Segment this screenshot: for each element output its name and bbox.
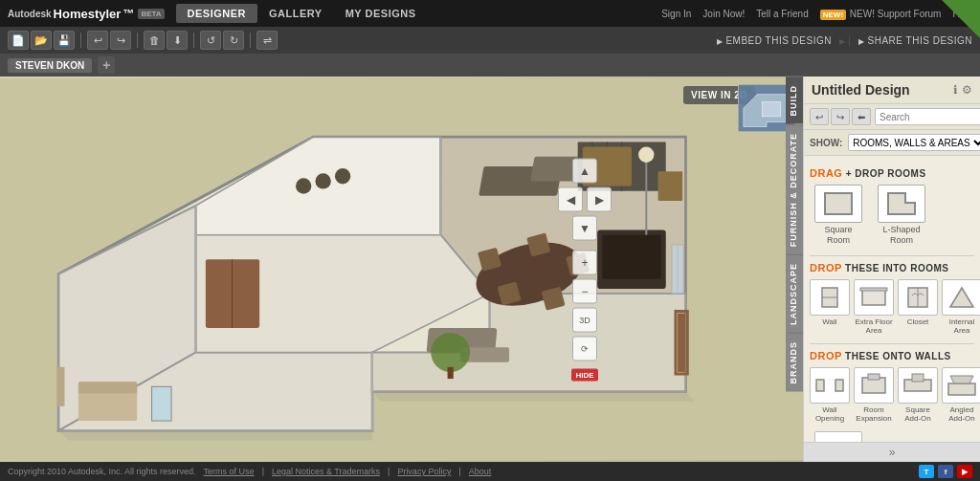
square-room-icon bbox=[814, 185, 862, 223]
tab-my-designs[interactable]: MY DESIGNS bbox=[334, 4, 428, 23]
footer-privacy-link[interactable]: Privacy Policy bbox=[397, 467, 451, 476]
svg-rect-33 bbox=[448, 367, 454, 379]
svg-rect-61 bbox=[816, 380, 824, 391]
svg-marker-47 bbox=[58, 430, 371, 440]
square-addon-icon bbox=[898, 367, 938, 404]
toolbar-rotate-left-btn[interactable]: ↺ bbox=[200, 31, 221, 50]
vtab-build[interactable]: BUILD bbox=[786, 77, 803, 124]
pan-down-btn[interactable]: ▼ bbox=[572, 215, 597, 240]
user-tab[interactable]: STEVEN DKON bbox=[8, 58, 92, 73]
svg-rect-36 bbox=[152, 386, 171, 421]
toolbar-redo-btn[interactable]: ↪ bbox=[110, 31, 131, 50]
youtube-icon[interactable]: ▶ bbox=[957, 465, 972, 478]
pan-right-btn[interactable]: ▶ bbox=[587, 186, 612, 211]
panel-item-wall-opening[interactable]: WallOpening bbox=[810, 367, 850, 424]
toolbar-save-btn[interactable]: 💾 bbox=[54, 31, 75, 50]
panel-item-extra-floor[interactable]: Extra FloorArea bbox=[854, 279, 894, 336]
zoom-in-btn[interactable]: + bbox=[572, 250, 597, 274]
section-drop-onto-walls-title: DROP THESE ONTO WALLS bbox=[810, 350, 974, 361]
right-sidebar: BUILD FURNISH & DECORATE LANDSCAPE BRAND… bbox=[803, 77, 980, 462]
embed-design-btn[interactable]: EMBED THIS DESIGN bbox=[717, 35, 832, 46]
svg-point-43 bbox=[638, 147, 654, 163]
toolbar-sep-4 bbox=[250, 33, 251, 48]
panel-item-wall[interactable]: Wall bbox=[810, 279, 850, 336]
zoom-out-btn[interactable]: − bbox=[572, 278, 597, 303]
divider-2 bbox=[810, 343, 974, 344]
info-icon[interactable]: ℹ bbox=[953, 83, 958, 97]
toolbar-rotate-right-btn[interactable]: ↻ bbox=[223, 31, 244, 50]
toolbar-open-btn[interactable]: 📂 bbox=[31, 31, 52, 50]
reset-view-btn[interactable]: ⟳ bbox=[572, 336, 597, 361]
sidebar-redo-btn[interactable]: ↪ bbox=[831, 108, 850, 125]
wall-label: Wall bbox=[822, 317, 836, 327]
signin-link[interactable]: Sign In bbox=[661, 9, 691, 19]
section-drag-drop-rooms-title: DRAG + DROP ROOMS bbox=[810, 167, 974, 179]
panel-item-closet[interactable]: Closet bbox=[898, 279, 938, 336]
design-canvas[interactable]: VIEW IN 2D ▲ ◀ ▶ ▼ + − 3D bbox=[0, 77, 803, 462]
toolbar-sep-2 bbox=[137, 33, 138, 48]
room-expansion-label: RoomExpansion bbox=[856, 405, 891, 424]
sidebar-expand-arrow[interactable]: » bbox=[804, 442, 980, 462]
toolbar-undo-btn[interactable]: ↩ bbox=[87, 31, 108, 50]
settings-icon[interactable]: ⚙ bbox=[962, 83, 972, 97]
toolbar-flip-btn[interactable]: ⇌ bbox=[256, 31, 278, 50]
tab-gallery[interactable]: GALLERY bbox=[257, 4, 334, 23]
sidebar-undo-btn[interactable]: ↩ bbox=[810, 108, 829, 125]
footer-social: T f ▶ bbox=[919, 465, 972, 478]
pan-up-btn[interactable]: ▲ bbox=[572, 158, 597, 183]
svg-rect-56 bbox=[862, 290, 885, 305]
panel-item-angled-addon[interactable]: AngledAdd-On bbox=[942, 367, 980, 424]
rotate-3d-btn[interactable]: 3D bbox=[572, 307, 597, 332]
square-room-label: SquareRoom bbox=[824, 225, 852, 246]
facebook-icon[interactable]: f bbox=[938, 465, 953, 478]
sidebar-info-icons: ℹ ⚙ bbox=[953, 83, 972, 97]
tell-friend-link[interactable]: Tell a Friend bbox=[756, 9, 808, 19]
panel-item-room-expansion[interactable]: RoomExpansion bbox=[854, 367, 894, 424]
vtab-landscape[interactable]: LANDSCAPE bbox=[786, 254, 803, 333]
lshaped-room-icon bbox=[878, 185, 925, 223]
footer-terms-link[interactable]: Terms of Use bbox=[204, 467, 255, 476]
internal-area-icon bbox=[942, 279, 980, 316]
svg-marker-69 bbox=[950, 376, 973, 383]
user-bar: STEVEN DKON + bbox=[0, 54, 980, 77]
wall-icon bbox=[810, 279, 850, 316]
svg-rect-62 bbox=[835, 380, 843, 391]
add-tab-btn[interactable]: + bbox=[98, 56, 115, 74]
twitter-icon[interactable]: T bbox=[919, 465, 934, 478]
toolbar-new-btn[interactable]: 📄 bbox=[8, 31, 29, 50]
show-row: SHOW: ROOMS, WALLS & AREAS Rooms Only Al… bbox=[804, 130, 980, 156]
panel-item-square-addon[interactable]: SquareAdd-On bbox=[898, 367, 938, 424]
toolbar-download-btn[interactable]: ⬇ bbox=[167, 31, 188, 50]
sidebar-undo2-btn[interactable]: ⬅ bbox=[852, 108, 871, 125]
footer-copyright: Copyright 2010 Autodesk, Inc. All rights… bbox=[8, 467, 196, 476]
floor-plan-svg bbox=[0, 77, 803, 462]
footer-about-link[interactable]: About bbox=[469, 467, 492, 476]
extra-floor-label: Extra FloorArea bbox=[855, 317, 892, 336]
main-area: VIEW IN 2D ▲ ◀ ▶ ▼ + − 3D bbox=[0, 77, 980, 462]
undo-redo-group: ↩ ↪ ⬅ bbox=[810, 108, 871, 125]
room-item-lshaped[interactable]: L-ShapedRoom bbox=[873, 185, 930, 246]
show-select[interactable]: ROOMS, WALLS & AREAS Rooms Only All bbox=[848, 134, 980, 151]
vtab-brands[interactable]: BRANDS bbox=[786, 333, 803, 392]
vtab-furnish[interactable]: FURNISH & DECORATE bbox=[786, 124, 803, 254]
panel-item-internal-area[interactable]: InternalArea bbox=[942, 279, 980, 336]
panel-item-curve-wall[interactable]: CurveWall bbox=[810, 431, 867, 442]
sidebar-search-row: ↩ ↪ ⬅ 🔍 bbox=[804, 104, 980, 130]
search-input[interactable] bbox=[875, 108, 980, 125]
toolbar-delete-btn[interactable]: 🗑 bbox=[144, 31, 165, 50]
extra-floor-icon bbox=[854, 279, 894, 316]
pan-left-btn[interactable]: ◀ bbox=[558, 186, 583, 211]
svg-marker-48 bbox=[372, 391, 696, 401]
nav-controls: ▲ ◀ ▶ ▼ + − 3D ⟳ HIDE bbox=[558, 158, 612, 381]
tab-designer[interactable]: DESIGNER bbox=[176, 4, 257, 23]
footer-legal-link[interactable]: Legal Notices & Trademarks bbox=[272, 467, 380, 476]
svg-rect-65 bbox=[868, 374, 880, 380]
joinnow-link[interactable]: Join Now! bbox=[702, 9, 745, 19]
svg-point-32 bbox=[431, 333, 470, 372]
closet-icon bbox=[898, 279, 938, 316]
lshaped-room-label: L-ShapedRoom bbox=[882, 225, 920, 246]
support-link[interactable]: NEW! NEW! Support Forum bbox=[820, 9, 942, 19]
room-item-square[interactable]: SquareRoom bbox=[810, 185, 867, 246]
hide-button[interactable]: HIDE bbox=[571, 368, 597, 381]
share-design-btn[interactable]: SHARE THIS DESIGN bbox=[858, 35, 972, 46]
